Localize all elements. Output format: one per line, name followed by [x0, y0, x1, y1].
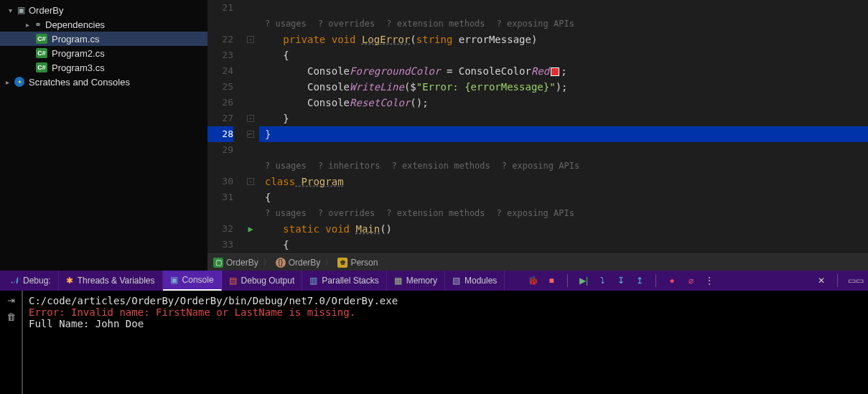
debug-label-tab[interactable]: 𝒩 Debug: [4, 271, 59, 291]
csproj-icon: ▣ [17, 5, 25, 15]
code-line[interactable]: { [259, 237, 868, 253]
tab-label: Threads & Variables [78, 276, 155, 286]
code-line[interactable]: ConsoleWriteLine($"Error: {errorMessage}… [259, 79, 868, 95]
console-output[interactable]: C:/code/articles/OrderBy/OrderBy/bin/Deb… [22, 291, 868, 394]
console-toolbar[interactable]: ⇥ 🗑 [0, 291, 22, 394]
console-line-path: C:/code/articles/OrderBy/OrderBy/bin/Deb… [29, 295, 862, 306]
code-lens-hints[interactable]: ? usages? overrides? extension methods? … [259, 205, 868, 221]
tree-label: OrderBy [29, 5, 63, 16]
code-line-active[interactable]: } [259, 126, 868, 142]
tree-node-scratches[interactable]: ▸ Scratches and Consoles [0, 75, 207, 89]
breadcrumb-item[interactable]: ♚Person [337, 258, 378, 268]
scratches-icon [14, 77, 24, 87]
code-editor[interactable]: 21 22 23 24 25 26 27 28 29 30 31 32 33 [207, 0, 868, 271]
debug-toolwindow-tabs[interactable]: 𝒩 Debug: ✱ Threads & Variables ▣ Console… [0, 271, 868, 291]
fold-icon[interactable]: - [247, 115, 254, 122]
chevron-right-icon: ▸ [23, 21, 32, 29]
chevron-down-icon: ▾ [6, 6, 14, 14]
breadcrumb-item[interactable]: {}OrderBy [276, 258, 321, 268]
fold-icon[interactable]: - [247, 178, 254, 185]
csharp-file-icon: C# [36, 34, 47, 44]
trash-icon[interactable]: 🗑 [6, 311, 16, 322]
step-out-icon[interactable]: ↥ [634, 276, 645, 286]
memory-icon: ▦ [394, 276, 402, 286]
csharp-file-icon: C# [36, 62, 47, 72]
debug-icon: 𝒩 [11, 276, 19, 286]
parallel-icon: ▥ [309, 276, 317, 286]
dependencies-icon: ⚭ [34, 19, 42, 29]
code-content[interactable]: ? usages? overrides? extension methods? … [259, 0, 868, 253]
tree-node-dependencies[interactable]: ▸ ⚭ Dependencies [0, 17, 207, 32]
namespace-icon: {} [276, 258, 286, 268]
tab-label: Modules [465, 276, 497, 286]
tab-console[interactable]: ▣ Console [163, 271, 222, 291]
csproj-icon: ▢ [213, 258, 223, 268]
tree-node-program3-cs[interactable]: C# Program3.cs [0, 60, 207, 75]
tree-label: Program.cs [52, 34, 99, 44]
modules-icon: ▧ [452, 276, 460, 286]
breadcrumb-label: Person [350, 258, 378, 268]
console-line-error: Error: Invalid name: FirstName or LastNa… [29, 306, 862, 318]
chevron-right-icon: ▸ [3, 78, 11, 86]
close-icon[interactable]: ✕ [816, 276, 827, 286]
mute-breakpoints-icon[interactable]: ⌀ [685, 276, 696, 286]
breadcrumb-label: OrderBy [289, 258, 321, 268]
code-line[interactable]: ConsoleResetColor(); [259, 95, 868, 111]
console-icon: ▣ [170, 275, 178, 285]
tab-label: Debug Output [241, 276, 295, 286]
breakpoints-icon[interactable]: ● [666, 276, 678, 286]
separator [655, 274, 656, 287]
project-tree[interactable]: ▾ ▣ OrderBy ▸ ⚭ Dependencies C# Program.… [0, 0, 207, 271]
resume-icon[interactable]: ▶| [578, 276, 589, 286]
breadcrumb-bar[interactable]: ▢OrderBy 〉 {}OrderBy 〉 ♚Person [207, 253, 868, 271]
code-line[interactable]: } [259, 111, 868, 126]
tab-threads-variables[interactable]: ✱ Threads & Variables [59, 271, 163, 291]
csharp-file-icon: C# [36, 48, 47, 58]
class-icon: ♚ [337, 258, 347, 268]
tab-memory[interactable]: ▦ Memory [387, 271, 445, 291]
scroll-to-end-icon[interactable]: ⇥ [7, 295, 15, 306]
output-icon: ▤ [229, 276, 237, 286]
code-line[interactable]: ConsoleForegroundColor = ConsoleColorRed… [259, 63, 868, 79]
tab-label: Debug: [23, 276, 51, 286]
separator [567, 274, 568, 287]
code-line[interactable]: class Program [259, 174, 868, 189]
tab-parallel-stacks[interactable]: ▥ Parallel Stacks [302, 271, 386, 291]
run-gutter-icon[interactable]: ▶ [248, 224, 253, 234]
code-line[interactable]: static void Main() [259, 221, 868, 237]
chevron-right-icon: 〉 [263, 256, 271, 268]
stop-icon[interactable]: ■ [546, 276, 557, 286]
console-panel: ⇥ 🗑 C:/code/articles/OrderBy/OrderBy/bin… [0, 291, 868, 394]
chevron-right-icon: 〉 [325, 256, 333, 268]
layout-icon[interactable]: ▭▭ [848, 276, 859, 286]
code-lens-hints[interactable]: ? usages? overrides? extension methods? … [259, 16, 868, 32]
tab-debug-output[interactable]: ▤ Debug Output [222, 271, 303, 291]
tab-label: Console [182, 275, 214, 285]
line-number-gutter: 21 22 23 24 25 26 27 28 29 30 31 32 33 [207, 0, 242, 253]
tree-node-program2-cs[interactable]: C# Program2.cs [0, 46, 207, 60]
tree-node-orderby[interactable]: ▾ ▣ OrderBy [0, 3, 207, 17]
tree-label: Program2.cs [52, 48, 105, 59]
tree-label: Dependencies [45, 19, 105, 30]
tree-label: Program3.cs [52, 62, 105, 73]
color-swatch-red-icon [551, 67, 559, 76]
bug-icon[interactable]: 🐞 [527, 276, 538, 286]
code-lens-hints[interactable]: ? usages? inheritors? extension methods?… [259, 158, 868, 174]
tree-node-program-cs[interactable]: C# Program.cs [0, 32, 207, 46]
tree-label: Scratches and Consoles [29, 77, 130, 88]
step-over-icon[interactable]: ⤵ [597, 276, 608, 286]
code-line[interactable]: private void LogError(string errorMessag… [259, 32, 868, 47]
console-line-output: Full Name: John Doe [29, 318, 862, 329]
fold-gutter[interactable]: - - ⌐ - ▶ [242, 0, 259, 253]
more-icon[interactable]: ⋮ [704, 276, 715, 286]
breadcrumb-label: OrderBy [226, 258, 258, 268]
code-line[interactable]: { [259, 47, 868, 63]
code-line[interactable]: { [259, 189, 868, 205]
fold-end-icon[interactable]: ⌐ [247, 131, 254, 138]
separator [837, 274, 838, 287]
step-into-icon[interactable]: ↧ [615, 276, 627, 286]
threads-icon: ✱ [66, 276, 73, 286]
tab-modules[interactable]: ▧ Modules [445, 271, 505, 291]
breadcrumb-item[interactable]: ▢OrderBy [213, 258, 258, 268]
fold-icon[interactable]: - [247, 36, 254, 43]
